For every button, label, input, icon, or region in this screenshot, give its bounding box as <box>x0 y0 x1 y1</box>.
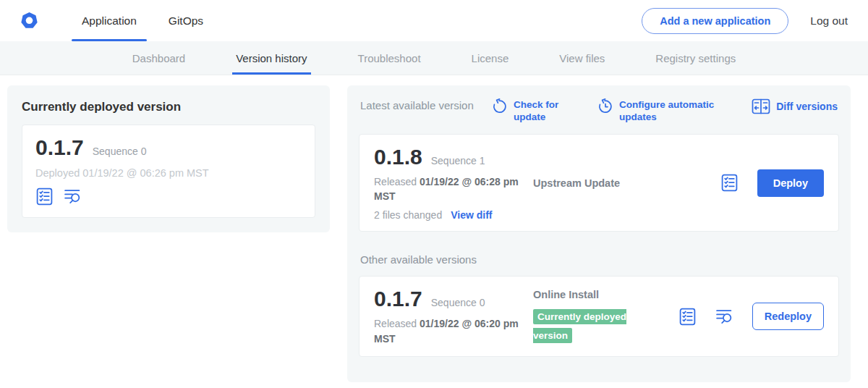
top-nav: Application GitOps Add a new application… <box>0 0 868 41</box>
other-versions-title: Other available versions <box>360 253 838 266</box>
latest-sequence-label: Sequence 1 <box>431 155 485 166</box>
top-nav-right: Add a new application Log out <box>642 8 848 34</box>
schedule-clock-icon <box>597 98 613 114</box>
latest-source-label: Upstream Update <box>533 177 620 189</box>
deployed-version-card: 0.1.7 Sequence 0 Deployed 01/19/22 @ 06:… <box>22 125 315 218</box>
version-history-content: Currently deployed version 0.1.7 Sequenc… <box>0 75 868 382</box>
view-diff-link[interactable]: View diff <box>451 209 492 221</box>
subtab-registry-settings[interactable]: Registry settings <box>654 41 737 75</box>
tab-gitops[interactable]: GitOps <box>158 0 213 41</box>
latest-release-actions: Deploy <box>720 169 824 197</box>
released-prefix: Released <box>374 318 417 329</box>
deployed-timestamp: Deployed 01/19/22 @ 06:26 pm MST <box>35 167 302 179</box>
deploy-logs-icon[interactable] <box>715 308 733 326</box>
subtab-troubleshoot[interactable]: Troubleshoot <box>357 41 422 75</box>
preflight-checklist-icon[interactable] <box>720 174 739 192</box>
deployed-version-number: 0.1.7 <box>35 135 84 160</box>
check-update-refresh-icon <box>492 98 508 114</box>
diff-versions-label: Diff versions <box>776 100 838 114</box>
subtab-version-history-label: Version history <box>236 52 307 64</box>
tab-application-label: Application <box>82 14 137 28</box>
deploy-button[interactable]: Deploy <box>757 169 824 197</box>
currently-deployed-badge-wrap: Currently deployed version <box>533 307 649 345</box>
currently-deployed-title: Currently deployed version <box>22 100 315 114</box>
subtab-view-files[interactable]: View files <box>558 41 606 75</box>
files-changed-label: 2 files changed <box>374 209 442 221</box>
app-sub-nav: Dashboard Version history Troubleshoot L… <box>0 41 868 75</box>
latest-header: Latest available version Check for updat… <box>357 97 841 124</box>
other-release-info: 0.1.7 Sequence 0 Released 01/19/22 @ 06:… <box>374 287 529 346</box>
latest-release-info: 0.1.8 Sequence 1 Released 01/19/22 @ 06:… <box>374 145 529 222</box>
subtab-view-files-label: View files <box>559 52 605 64</box>
top-nav-tabs: Application GitOps <box>72 0 225 41</box>
subtab-dashboard-label: Dashboard <box>132 52 185 64</box>
other-source-col: Online Install Currently deployed versio… <box>529 288 670 345</box>
deployed-sequence-label: Sequence 0 <box>93 146 147 157</box>
latest-source-col: Upstream Update <box>529 177 712 190</box>
deploy-logs-icon[interactable] <box>64 187 82 206</box>
files-changed-row: 2 files changed View diff <box>374 209 529 221</box>
tab-application[interactable]: Application <box>72 0 147 41</box>
latest-available-title: Latest available version <box>360 98 475 113</box>
tab-gitops-label: GitOps <box>169 14 203 28</box>
released-prefix: Released <box>374 176 417 187</box>
add-application-button[interactable]: Add a new application <box>642 8 788 34</box>
diff-versions-action[interactable]: Diff versions <box>752 98 838 114</box>
configure-auto-updates-label: Configure automatic updates <box>619 98 723 124</box>
currently-deployed-badge: Currently deployed version <box>533 309 626 343</box>
latest-released-timestamp: Released 01/19/22 @ 06:28 pm MST <box>374 174 522 204</box>
other-released-timestamp: Released 01/19/22 @ 06:20 pm MST <box>374 316 522 346</box>
logout-link[interactable]: Log out <box>810 14 848 28</box>
latest-release-card: 0.1.8 Sequence 1 Released 01/19/22 @ 06:… <box>359 134 839 232</box>
other-source-label: Online Install <box>533 289 599 300</box>
deployed-card-actions <box>35 187 302 206</box>
configure-auto-updates-action[interactable]: Configure automatic updates <box>597 98 723 124</box>
latest-version-number: 0.1.8 <box>374 145 422 169</box>
subtab-license-label: License <box>472 52 509 64</box>
deployed-version-row: 0.1.7 Sequence 0 <box>35 135 302 160</box>
preflight-checklist-icon[interactable] <box>678 308 697 326</box>
currently-deployed-panel: Currently deployed version 0.1.7 Sequenc… <box>7 85 330 232</box>
app-logo-icon[interactable] <box>20 12 38 30</box>
subtab-registry-settings-label: Registry settings <box>655 52 736 64</box>
check-for-update-action[interactable]: Check for update <box>492 98 569 124</box>
other-release-card: 0.1.7 Sequence 0 Released 01/19/22 @ 06:… <box>359 276 839 357</box>
subtab-version-history[interactable]: Version history <box>234 41 308 75</box>
check-update-label: Check for update <box>514 98 569 124</box>
other-sequence-label: Sequence 0 <box>431 297 485 308</box>
subtab-license[interactable]: License <box>470 41 511 75</box>
preflight-checklist-icon[interactable] <box>35 187 54 206</box>
latest-available-panel: Latest available version Check for updat… <box>347 85 851 382</box>
subtab-dashboard[interactable]: Dashboard <box>131 41 187 75</box>
subtab-troubleshoot-label: Troubleshoot <box>358 52 421 64</box>
other-release-actions: Redeploy <box>678 303 824 330</box>
redeploy-button[interactable]: Redeploy <box>752 303 824 330</box>
diff-versions-icon <box>752 98 770 114</box>
other-version-number: 0.1.7 <box>374 287 422 311</box>
